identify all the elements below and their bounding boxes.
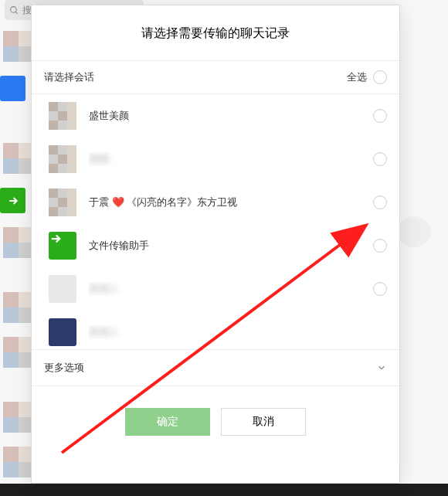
conversation-row[interactable]: 联系人 bbox=[32, 311, 399, 346]
bottom-bar bbox=[0, 484, 448, 496]
select-all-label: 全选 bbox=[347, 70, 367, 84]
select-session-header: 请选择会话 全选 bbox=[32, 60, 399, 94]
row-radio[interactable] bbox=[373, 109, 387, 123]
conversation-name: 联系人 bbox=[89, 282, 367, 296]
avatar-icon bbox=[49, 189, 76, 216]
conversation-row[interactable]: 文件传输助手 bbox=[32, 224, 399, 267]
conversation-list: 盛世美颜 群聊 于震 ❤️ 《闪亮的名字》东方卫视 文件传输助手 联系人 bbox=[32, 94, 399, 349]
select-all-button[interactable]: 全选 bbox=[347, 70, 387, 84]
sidebar-avatar[interactable] bbox=[3, 337, 34, 368]
conversation-row[interactable]: 群聊 bbox=[32, 138, 399, 181]
wechat-logo-icon bbox=[397, 216, 431, 247]
dialog-footer: 确定 取消 bbox=[32, 386, 399, 436]
sidebar-avatar[interactable] bbox=[3, 447, 34, 477]
select-all-radio[interactable] bbox=[373, 70, 387, 84]
conversation-name: 联系人 bbox=[89, 325, 387, 339]
sidebar-avatar[interactable] bbox=[3, 292, 34, 323]
row-radio[interactable] bbox=[373, 282, 387, 296]
sidebar-avatar[interactable] bbox=[3, 31, 34, 62]
sidebar-icon-transfer[interactable] bbox=[0, 188, 25, 213]
sidebar-icon-docs[interactable] bbox=[0, 76, 25, 101]
more-options-row[interactable]: 更多选项 bbox=[32, 349, 399, 386]
conversation-row[interactable]: 联系人 bbox=[32, 267, 399, 311]
svg-point-0 bbox=[11, 6, 17, 12]
more-options-label: 更多选项 bbox=[44, 361, 84, 375]
row-radio[interactable] bbox=[373, 152, 387, 166]
select-session-label: 请选择会话 bbox=[44, 70, 94, 84]
conversation-row[interactable]: 盛世美颜 bbox=[32, 94, 399, 138]
conversation-name: 于震 ❤️ 《闪亮的名字》东方卫视 bbox=[89, 195, 367, 209]
chevron-down-icon bbox=[376, 362, 387, 373]
avatar-icon bbox=[49, 145, 76, 173]
sidebar-avatar[interactable] bbox=[3, 402, 34, 433]
dialog-title: 请选择需要传输的聊天记录 bbox=[32, 5, 399, 60]
sidebar-avatar[interactable] bbox=[3, 227, 34, 258]
svg-line-1 bbox=[15, 12, 18, 14]
conversation-name: 盛世美颜 bbox=[89, 109, 367, 123]
avatar-icon bbox=[49, 318, 76, 346]
sidebar-avatar[interactable] bbox=[3, 143, 34, 174]
confirm-button[interactable]: 确定 bbox=[125, 408, 210, 436]
conversation-row[interactable]: 于震 ❤️ 《闪亮的名字》东方卫视 bbox=[32, 181, 399, 224]
avatar-icon bbox=[49, 232, 76, 260]
search-icon bbox=[9, 5, 19, 15]
row-radio[interactable] bbox=[373, 239, 387, 253]
cancel-button[interactable]: 取消 bbox=[221, 408, 306, 436]
avatar-icon bbox=[49, 102, 76, 130]
avatar-icon bbox=[49, 275, 76, 303]
row-radio[interactable] bbox=[373, 195, 387, 209]
conversation-name: 群聊 bbox=[89, 152, 367, 166]
conversation-name: 文件传输助手 bbox=[89, 239, 367, 253]
transfer-dialog: 请选择需要传输的聊天记录 请选择会话 全选 盛世美颜 群聊 于震 ❤️ 《闪亮的… bbox=[31, 5, 400, 484]
